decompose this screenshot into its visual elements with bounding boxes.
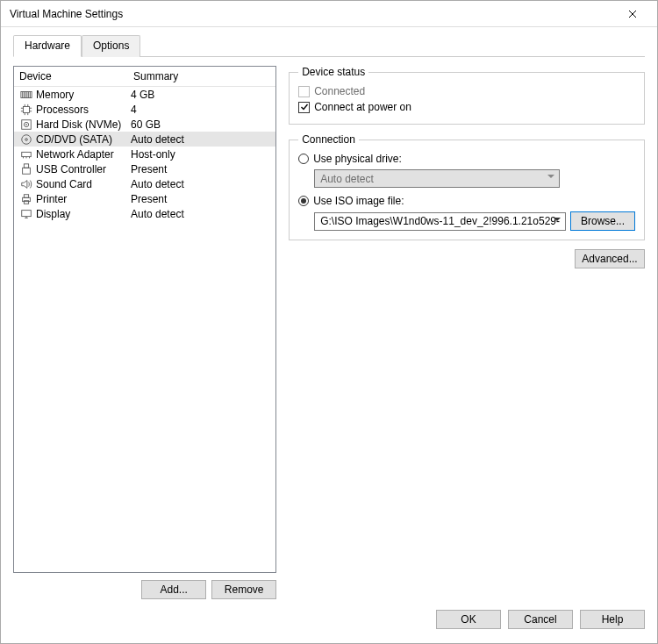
- window-title: Virtual Machine Settings: [10, 8, 615, 20]
- power-on-label: Connect at power on: [314, 101, 411, 113]
- dialog-button-row: OK Cancel Help: [1, 599, 657, 640]
- tab-hardware[interactable]: Hardware: [13, 35, 82, 57]
- cd-icon: [19, 132, 33, 147]
- device-row[interactable]: Network AdapterHost-only: [14, 147, 275, 161]
- device-name: USB Controller: [36, 163, 106, 175]
- device-list: Device Summary Memory4 GBProcessors4Hard…: [13, 66, 276, 573]
- device-list-header: Device Summary: [14, 67, 275, 87]
- device-summary: 4 GB: [131, 89, 270, 101]
- device-status-legend: Device status: [298, 66, 368, 78]
- device-name: Processors: [36, 104, 89, 116]
- close-icon: [628, 10, 637, 18]
- iso-label: Use ISO image file:: [313, 195, 404, 207]
- device-summary: Present: [131, 163, 270, 175]
- memory-icon: [19, 88, 33, 102]
- device-row[interactable]: Memory4 GB: [14, 87, 275, 102]
- svg-point-5: [22, 134, 32, 144]
- svg-rect-11: [24, 194, 28, 197]
- power-on-checkbox[interactable]: [298, 102, 310, 113]
- iso-radio[interactable]: [298, 196, 309, 206]
- iso-path-combo[interactable]: G:\ISO Images\W1nd0ws-11_dev_2!996.1.21o…: [314, 212, 566, 231]
- physical-drive-value: Auto detect: [320, 173, 374, 185]
- chevron-down-icon: [547, 175, 554, 178]
- device-row[interactable]: USB ControllerPresent: [14, 161, 275, 176]
- svg-point-6: [25, 138, 28, 140]
- add-button[interactable]: Add...: [141, 580, 206, 599]
- remove-button[interactable]: Remove: [211, 580, 276, 599]
- svg-rect-9: [23, 168, 31, 174]
- advanced-button[interactable]: Advanced...: [575, 249, 645, 268]
- device-summary: 4: [131, 104, 270, 116]
- device-name: Printer: [36, 193, 67, 205]
- sound-icon: [19, 177, 33, 191]
- close-button[interactable]: [615, 2, 650, 26]
- iso-input-row: G:\ISO Images\W1nd0ws-11_dev_2!996.1.21o…: [314, 211, 635, 231]
- titlebar: Virtual Machine Settings: [1, 1, 657, 27]
- svg-rect-7: [22, 152, 32, 156]
- cancel-button[interactable]: Cancel: [508, 610, 573, 629]
- physical-drive-row[interactable]: Use physical drive:: [298, 151, 635, 167]
- connection-group: Connection Use physical drive: Auto dete…: [289, 133, 645, 240]
- device-name: Network Adapter: [36, 148, 114, 161]
- device-row[interactable]: Hard Disk (NVMe)60 GB: [14, 117, 275, 132]
- left-button-row: Add... Remove: [13, 580, 276, 599]
- cpu-icon: [19, 103, 33, 117]
- device-name: Hard Disk (NVMe): [36, 118, 121, 131]
- header-device: Device: [19, 70, 133, 82]
- device-row[interactable]: PrinterPresent: [14, 191, 275, 206]
- network-icon: [19, 147, 33, 161]
- device-summary: Auto detect: [131, 133, 270, 146]
- content-area: Device Summary Memory4 GBProcessors4Hard…: [1, 57, 657, 599]
- iso-row[interactable]: Use ISO image file:: [298, 193, 635, 209]
- device-status-group: Device status Connected Connect at power…: [289, 66, 645, 125]
- left-panel: Device Summary Memory4 GBProcessors4Hard…: [13, 66, 276, 599]
- svg-rect-8: [24, 163, 28, 167]
- device-name: Display: [36, 208, 70, 220]
- printer-icon: [19, 192, 33, 206]
- connected-row: Connected: [298, 83, 635, 99]
- tab-options[interactable]: Options: [82, 35, 140, 57]
- advanced-row: Advanced...: [289, 249, 645, 268]
- device-row[interactable]: Sound CardAuto detect: [14, 176, 275, 191]
- power-on-row[interactable]: Connect at power on: [298, 99, 635, 115]
- ok-button[interactable]: OK: [436, 610, 501, 629]
- device-row[interactable]: DisplayAuto detect: [14, 206, 275, 221]
- browse-button[interactable]: Browse...: [570, 211, 635, 231]
- connected-label: Connected: [314, 85, 365, 97]
- right-panel: Device status Connected Connect at power…: [289, 66, 645, 599]
- device-summary: 60 GB: [131, 118, 270, 131]
- iso-path-value: G:\ISO Images\W1nd0ws-11_dev_2!996.1.21o…: [320, 215, 560, 227]
- svg-point-4: [26, 124, 27, 125]
- device-name: Memory: [36, 89, 74, 101]
- device-summary: Auto detect: [131, 178, 270, 190]
- check-icon: [300, 103, 309, 111]
- help-button[interactable]: Help: [580, 610, 645, 629]
- svg-rect-1: [24, 106, 30, 112]
- device-row[interactable]: CD/DVD (SATA)Auto detect: [14, 132, 275, 147]
- connected-checkbox: [298, 86, 310, 97]
- device-summary: Present: [131, 193, 270, 205]
- usb-icon: [19, 162, 33, 176]
- device-summary: Host-only: [131, 148, 270, 161]
- connection-legend: Connection: [298, 133, 359, 146]
- svg-rect-13: [22, 210, 32, 216]
- device-name: CD/DVD (SATA): [36, 133, 112, 146]
- device-name: Sound Card: [36, 178, 92, 190]
- physical-drive-radio[interactable]: [298, 154, 309, 164]
- display-icon: [19, 207, 33, 221]
- chevron-down-icon: [554, 218, 561, 221]
- header-summary: Summary: [133, 70, 270, 82]
- disk-icon: [19, 118, 33, 132]
- device-row[interactable]: Processors4: [14, 102, 275, 117]
- device-summary: Auto detect: [131, 208, 270, 220]
- tab-bar: Hardware Options: [13, 34, 645, 57]
- physical-drive-combo: Auto detect: [314, 169, 560, 188]
- physical-drive-label: Use physical drive:: [313, 153, 402, 165]
